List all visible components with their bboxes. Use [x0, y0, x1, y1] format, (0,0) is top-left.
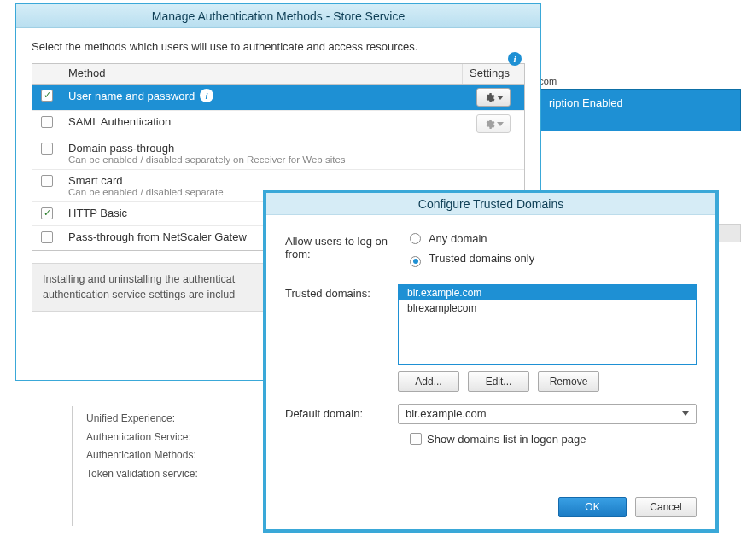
dialog-title: Manage Authentication Methods - Store Se… [152, 9, 406, 23]
info-line: Token validation service: [86, 465, 277, 484]
default-domain-dropdown[interactable]: blr.example.com [398, 404, 697, 424]
radio-label: Any domain [429, 232, 487, 245]
add-button[interactable]: Add... [398, 371, 459, 392]
checkbox[interactable] [41, 175, 53, 187]
auth-row-label: SAML Authentication [68, 115, 171, 128]
radio-icon [410, 233, 421, 244]
checkbox[interactable] [410, 433, 422, 445]
background-header-panel: ription Enabled [536, 89, 741, 131]
auth-row-label: User name and password [68, 90, 195, 102]
dialog-titlebar[interactable]: Configure Trusted Domains [266, 193, 715, 215]
ok-button[interactable]: OK [558, 497, 627, 517]
auth-row-label: Smart card [68, 174, 456, 187]
info-line: Authentication Methods: [86, 446, 277, 465]
cancel-button[interactable]: Cancel [635, 497, 697, 517]
radio-trusted-only[interactable]: Trusted domains only [410, 252, 697, 267]
auth-row-label: HTTP Basic [68, 207, 127, 219]
col-method[interactable]: Method [61, 64, 463, 84]
allow-logon-label: Allow users to log on from: [285, 232, 410, 260]
info-icon[interactable]: i [200, 89, 213, 102]
gear-icon [484, 92, 495, 103]
default-domain-label: Default domain: [285, 407, 398, 420]
checkbox[interactable] [41, 90, 53, 102]
checkbox[interactable] [41, 116, 53, 128]
checkbox[interactable] [41, 143, 53, 155]
chevron-down-icon [682, 411, 689, 416]
info-line: Unified Experience: [86, 410, 277, 429]
auth-row-label: Domain pass-through [68, 142, 456, 155]
radio-label: Trusted domains only [429, 252, 534, 265]
dropdown-value: blr.example.com [406, 407, 487, 420]
dialog-title: Configure Trusted Domains [418, 197, 563, 211]
col-settings[interactable]: Settings [463, 64, 524, 84]
settings-gear-button [476, 114, 511, 133]
trusted-domains-listbox[interactable]: blr.example.com blrexamplecom [398, 284, 697, 365]
list-item[interactable]: blrexamplecom [399, 300, 696, 316]
background-header-text: ription Enabled [549, 96, 623, 109]
settings-gear-button[interactable] [476, 88, 511, 107]
auth-row-sublabel: Can be enabled / disabled separately on … [68, 155, 456, 165]
dialog-titlebar[interactable]: Manage Authentication Methods - Store Se… [16, 4, 540, 28]
info-line: Authentication Service: [86, 429, 277, 447]
info-icon[interactable]: i [508, 52, 522, 66]
checkbox[interactable] [41, 207, 53, 219]
remove-button[interactable]: Remove [538, 371, 599, 392]
grid-header: Method Settings [32, 64, 524, 85]
auth-row-username-password[interactable]: User name and passwordi [32, 85, 524, 111]
trusted-domains-label: Trusted domains: [285, 284, 398, 300]
radio-icon [410, 256, 421, 267]
dialog-prompt: Select the methods which users will use … [32, 40, 525, 53]
radio-any-domain[interactable]: Any domain [410, 232, 697, 245]
configure-trusted-domains-dialog: Configure Trusted Domains Allow users to… [263, 190, 719, 533]
checkbox-label: Show domains list in logon page [427, 433, 586, 446]
auth-row-domain-passthrough[interactable]: Domain pass-through Can be enabled / dis… [32, 137, 524, 170]
checkbox[interactable] [41, 231, 53, 243]
gear-icon [484, 119, 495, 130]
show-domains-checkbox[interactable]: Show domains list in logon page [410, 433, 697, 446]
edit-button[interactable]: Edit... [468, 371, 529, 392]
store-info-panel: Unified Experience: Authentication Servi… [72, 406, 277, 526]
auth-row-label: Pass-through from NetScaler Gatew [68, 230, 247, 243]
auth-row-saml[interactable]: SAML Authentication [32, 111, 524, 137]
list-item[interactable]: blr.example.com [399, 285, 696, 300]
